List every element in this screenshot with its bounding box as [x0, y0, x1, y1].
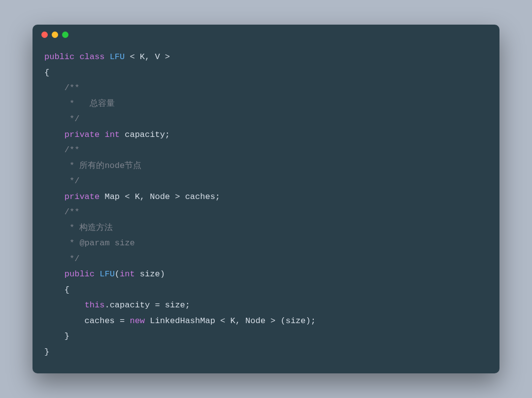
close-icon[interactable] — [41, 32, 48, 38]
assign-capacity: .capacity = size; — [104, 300, 190, 310]
code-window: public class LFU < K, V > { /** * 总容量 */… — [33, 25, 499, 373]
brace-close: } — [44, 347, 49, 357]
field-capacity: capacity; — [120, 130, 170, 139]
generic-params: < K, V > — [125, 52, 170, 62]
comment-line: /** — [44, 207, 79, 217]
keyword-public: public — [44, 52, 74, 62]
keyword-new: new — [130, 316, 145, 326]
keyword-this: this — [85, 300, 105, 310]
field-caches: Map < K, Node > caches; — [100, 192, 220, 201]
brace-close: } — [44, 332, 69, 341]
keyword-private: private — [65, 192, 100, 201]
indent — [44, 300, 85, 310]
minimize-icon[interactable] — [52, 32, 58, 38]
brace-open: { — [44, 68, 49, 77]
comment-line: * 总容量 — [44, 99, 115, 108]
indent — [44, 130, 65, 139]
comment-line: * 构造方法 — [44, 223, 113, 232]
keyword-class: class — [79, 52, 104, 62]
class-name: LFU — [110, 52, 125, 62]
constructor-name: LFU — [95, 269, 115, 279]
comment-line: * @param size — [44, 238, 135, 248]
comment-line: */ — [44, 176, 79, 186]
brace-open: { — [44, 285, 69, 295]
keyword-int: int — [120, 269, 135, 279]
comment-line: */ — [44, 254, 79, 264]
keyword-int: int — [104, 130, 120, 139]
new-linkedhashmap: LinkedHashMap < K, Node > (size); — [145, 316, 316, 326]
window-titlebar — [33, 25, 499, 44]
maximize-icon[interactable] — [62, 32, 68, 38]
indent — [44, 192, 65, 201]
comment-line: /** — [44, 83, 79, 93]
param-size: size) — [135, 269, 165, 279]
comment-line: /** — [44, 145, 79, 155]
comment-line: */ — [44, 114, 79, 124]
keyword-public: public — [65, 269, 95, 279]
comment-line: * 所有的node节点 — [44, 161, 141, 170]
paren-open: ( — [115, 269, 120, 279]
keyword-private: private — [65, 130, 100, 139]
code-block: public class LFU < K, V > { /** * 总容量 */… — [33, 44, 499, 371]
indent-text: caches = — [44, 316, 130, 326]
indent — [44, 269, 65, 279]
